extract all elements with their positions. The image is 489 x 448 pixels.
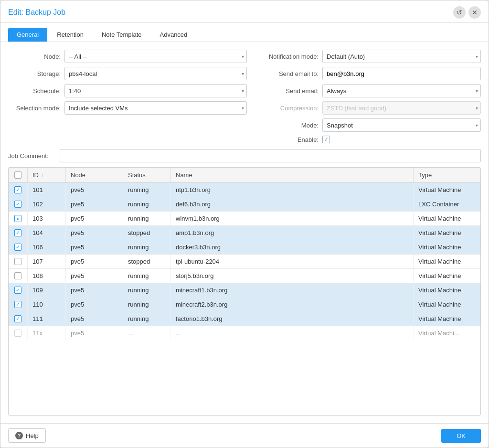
job-comment-input[interactable] — [60, 149, 481, 162]
table-row[interactable]: ✓ 102 pve5 running def6.b3n.org LXC Cont… — [9, 197, 480, 212]
enable-checkbox[interactable]: ✓ — [322, 136, 330, 143]
row-type: LXC Container — [414, 197, 480, 211]
row-type: Virtual Machine — [414, 226, 480, 240]
row-checkbox-cell[interactable]: ✓ — [9, 197, 28, 211]
row-checkbox-cell[interactable]: ▪ — [9, 212, 28, 225]
node-select[interactable]: -- All -- — [64, 50, 247, 63]
row-checkbox-cell[interactable]: ✓ — [9, 283, 28, 297]
row-checkbox-checked[interactable]: ✓ — [14, 229, 21, 236]
row-name: minecraft2.b3n.org — [171, 298, 414, 311]
dialog: Edit: Backup Job ↺ ✕ General Retention N… — [0, 0, 489, 448]
truncated-id: 11x — [28, 326, 66, 340]
table-row[interactable]: ✓ 109 pve5 running minecraft1.b3n.org Vi… — [9, 283, 480, 298]
send-email-wrapper: Always ▾ — [322, 84, 481, 97]
ok-button[interactable]: OK — [441, 429, 481, 443]
mode-label: Mode: — [266, 122, 319, 129]
row-id: 101 — [28, 183, 66, 197]
reset-button[interactable]: ↺ — [453, 6, 466, 19]
send-email-select[interactable]: Always — [322, 84, 481, 97]
job-comment-row: Job Comment: — [8, 149, 481, 162]
row-checkbox-partial[interactable]: ▪ — [14, 215, 21, 222]
table-row[interactable]: 108 pve5 running storj5.b3n.org Virtual … — [9, 269, 480, 283]
schedule-select[interactable]: 1:40 — [64, 84, 247, 97]
tab-note-template[interactable]: Note Template — [93, 28, 150, 42]
row-checkbox-checked[interactable]: ✓ — [14, 301, 21, 308]
storage-select-wrapper: pbs4-local ▾ — [64, 67, 247, 80]
enable-row: Enable: ✓ — [266, 136, 481, 143]
row-checkbox-checked[interactable]: ✓ — [14, 315, 21, 322]
row-status: stopped — [123, 226, 171, 240]
dialog-body: Node: -- All -- ▾ Storage: pbs4-local — [0, 42, 489, 423]
row-node: pve5 — [66, 212, 123, 225]
row-status: running — [123, 269, 171, 283]
close-button[interactable]: ✕ — [468, 6, 481, 19]
row-checkbox-checked[interactable]: ✓ — [14, 201, 21, 208]
table-row[interactable]: ✓ 110 pve5 running minecraft2.b3n.org Vi… — [9, 298, 480, 312]
selection-mode-select-wrapper: Include selected VMs ▾ — [64, 101, 247, 115]
row-checkbox-cell[interactable] — [9, 269, 28, 283]
row-node: pve5 — [66, 183, 123, 197]
send-email-to-input[interactable] — [322, 67, 481, 80]
storage-select[interactable]: pbs4-local — [64, 67, 247, 80]
tab-retention[interactable]: Retention — [48, 28, 92, 42]
header-checkbox[interactable] — [9, 168, 28, 182]
row-checkbox-unchecked[interactable] — [14, 272, 21, 279]
row-type: Virtual Machine — [414, 183, 480, 197]
storage-label: Storage: — [8, 70, 61, 77]
row-type: Virtual Machine — [414, 298, 480, 311]
row-checkbox-unchecked[interactable] — [14, 258, 21, 265]
header-node: Node — [66, 168, 123, 182]
header-checkbox-icon — [14, 171, 21, 179]
help-button[interactable]: ? Help — [8, 428, 46, 443]
tab-advanced[interactable]: Advanced — [151, 28, 196, 42]
mode-select[interactable]: Snapshot — [322, 118, 481, 132]
truncated-type: Virtual Machi... — [414, 326, 480, 340]
row-checkbox-cell[interactable]: ✓ — [9, 312, 28, 326]
row-status: running — [123, 240, 171, 254]
row-node: pve5 — [66, 298, 123, 311]
id-sort-icon: ↑ — [42, 173, 44, 178]
row-id: 108 — [28, 269, 66, 283]
row-checkbox-cell[interactable]: ✓ — [9, 298, 28, 311]
notification-mode-select[interactable]: Default (Auto) — [322, 50, 481, 63]
selection-mode-select[interactable]: Include selected VMs — [64, 101, 247, 115]
table-row[interactable]: ✓ 104 pve5 stopped amp1.b3n.org Virtual … — [9, 226, 480, 240]
table-row[interactable]: 107 pve5 stopped tpl-ubuntu-2204 Virtual… — [9, 255, 480, 269]
row-checkbox-cell[interactable]: ✓ — [9, 226, 28, 240]
table-row[interactable]: ✓ 111 pve5 running factorio1.b3n.org Vir… — [9, 312, 480, 326]
compression-wrapper: ZSTD (fast and good) ▾ — [322, 101, 481, 115]
header-status: Status — [123, 168, 171, 182]
row-node: pve5 — [66, 226, 123, 240]
row-id: 104 — [28, 226, 66, 240]
row-type: Virtual Machine — [414, 312, 480, 326]
compression-select[interactable]: ZSTD (fast and good) — [322, 101, 481, 115]
dialog-controls: ↺ ✕ — [453, 6, 481, 19]
row-checkbox-cell[interactable]: ✓ — [9, 183, 28, 197]
send-email-row: Send email: Always ▾ — [266, 84, 481, 97]
enable-checkbox-wrapper: ✓ — [322, 136, 330, 143]
row-checkbox-checked[interactable]: ✓ — [14, 244, 21, 251]
notification-mode-label: Notification mode: — [266, 53, 319, 60]
row-type: Virtual Machine — [414, 255, 480, 268]
tabs-bar: General Retention Note Template Advanced — [0, 23, 489, 42]
row-checkbox-cell[interactable]: ✓ — [9, 240, 28, 254]
mode-row: Mode: Snapshot ▾ — [266, 118, 481, 132]
row-id: 107 — [28, 255, 66, 268]
tab-general[interactable]: General — [8, 28, 47, 42]
row-checkbox-checked[interactable]: ✓ — [14, 186, 21, 193]
row-name: minecraft1.b3n.org — [171, 283, 414, 297]
table-row[interactable]: ✓ 101 pve5 running ntp1.b3n.org Virtual … — [9, 183, 480, 197]
table-row[interactable]: ▪ 103 pve5 running winvm1.b3n.org Virtua… — [9, 212, 480, 226]
row-node: pve5 — [66, 312, 123, 326]
truncated-name: ... — [171, 326, 414, 340]
table-row-truncated: 11x pve5 ... ... Virtual Machi... — [9, 326, 480, 340]
send-email-label: Send email: — [266, 87, 319, 95]
table-row[interactable]: ✓ 106 pve5 running docker3.b3n.org Virtu… — [9, 240, 480, 255]
row-type: Virtual Machine — [414, 212, 480, 225]
row-node: pve5 — [66, 255, 123, 268]
row-checkbox-checked[interactable]: ✓ — [14, 287, 21, 294]
dialog-footer: ? Help OK — [0, 423, 489, 448]
row-checkbox-cell[interactable] — [9, 255, 28, 268]
dialog-title: Edit: Backup Job — [8, 8, 65, 17]
truncated-checkbox — [9, 326, 28, 340]
